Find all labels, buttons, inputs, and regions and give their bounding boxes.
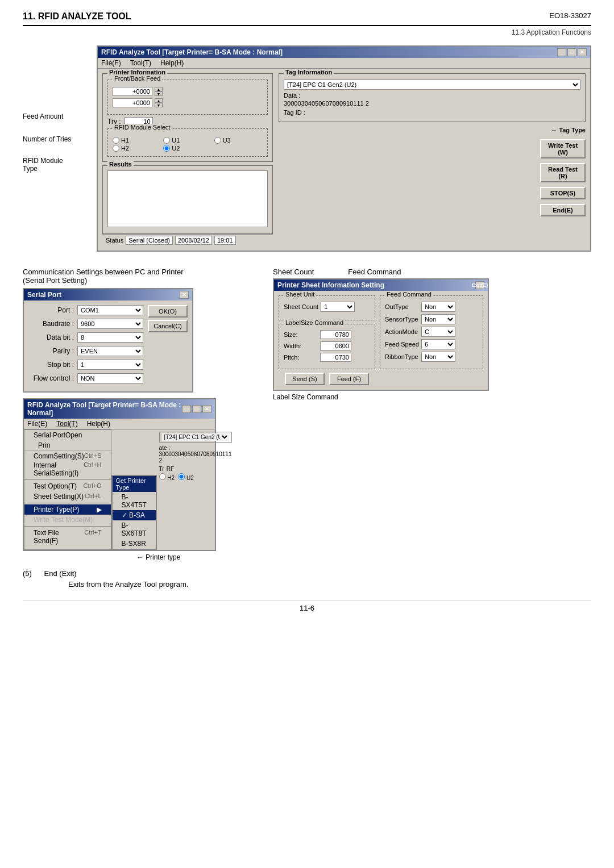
data-field-row: Data : [284,92,580,99]
serial-btns: OK(O) Cancel(C) [148,305,188,387]
menu-comm-setting[interactable]: CommSetting(S) Ctrl+S [29,452,106,461]
menu-serial-portopen[interactable]: Serial PortOpen [24,430,111,440]
rfid-module-panel: RFID Module Select H1 U1 U3 [107,128,268,157]
close-btn[interactable]: ✕ [578,48,587,56]
sensortype-select[interactable]: Non [421,314,455,324]
radio-h2: H2 [113,145,161,152]
flow-select[interactable]: NON [77,373,143,383]
submenu-bsa[interactable]: ✓ B-SA [113,510,156,520]
parity-select[interactable]: EVEN [77,346,143,356]
menu-text-file-send[interactable]: Text File Send(F) Ctrl+T [24,528,111,546]
menu-printer-type[interactable]: Printer Type(P) ▶ [24,504,111,515]
tag-id-label: Tag ID : [284,109,312,116]
radio-u2-input[interactable] [163,145,170,152]
ribbontype-label: RibbonType [385,353,419,360]
radio-u2: U2 [163,145,211,152]
size-row: Size: [284,330,370,339]
menu-test-option[interactable]: Test Option(T) Ctrl+O [24,481,111,491]
menu-prin[interactable]: Prin [24,440,111,450]
tool-menu-file[interactable]: File(E) [27,420,47,428]
sheet-left: Sheet Unit Sheet Count 1 LabelSize Comma… [279,295,375,385]
u2-radio-abbrev[interactable] [178,473,185,480]
maximize-btn[interactable]: □ [567,48,576,56]
feedspeed-select[interactable]: 6 [421,339,455,349]
tool-menu-content: Serial PortOpen Prin CommSetting(S) Ctrl… [24,429,215,550]
win-menubar: File(F) Tool(T) Help(H) [98,58,590,69]
cancel-btn[interactable]: Cancel(C) [148,320,188,332]
width-label: Width: [284,343,318,349]
write-test-btn[interactable]: Write Test(W) [540,139,586,158]
radio-h2-input[interactable] [113,145,119,152]
data-bit-select[interactable]: 8 [77,332,143,343]
tool-max-btn[interactable]: □ [192,405,201,413]
submenu-title: Get Printer Type [113,476,156,492]
sheet-btn-row: Send (S) Feed (F) [279,373,375,385]
tool-close-btn[interactable]: ✕ [202,405,211,413]
feed-input-2[interactable] [113,98,152,107]
tag-type-annotation: ← Tag Type [551,127,586,133]
minimize-btn[interactable]: _ [557,48,566,56]
printer-type-submenu: Get Printer Type B-SX4T5T ✓ B-SA B-SX6T8… [111,475,157,550]
status-label: Status [106,237,123,244]
tr-label: Tr [159,466,164,472]
width-input[interactable] [320,341,351,350]
submenu-bsx4t5t[interactable]: B-SX4T5T [113,492,156,510]
outtype-select[interactable]: Non [421,302,455,312]
menu-write-test-mode[interactable]: Write Test Mode(M) [24,515,111,525]
parity-row: Parity : EVEN [28,346,143,356]
spin-up-1[interactable]: ▲ [155,87,163,91]
feed-input-1[interactable] [113,87,152,96]
size-input[interactable] [320,330,351,339]
send-btn[interactable]: Send (S) [285,373,325,385]
radio-u3-input[interactable] [214,137,221,144]
end-number: (5) [23,569,32,578]
feed-btn[interactable]: Feed (F) [329,373,369,385]
menu-internal-serial[interactable]: Internal SerialSetting(I) Ctrl+H [29,461,106,478]
tool-min-btn[interactable]: _ [182,405,191,413]
end-section: (5) End (Exit) Exits from the Analyze To… [23,569,591,589]
win-controls: _ □ ✕ [557,48,587,56]
main-rfid-window: RFID Analyze Tool [Target Printer= B-SA … [97,45,591,252]
actionmode-select[interactable]: C [421,327,455,337]
ann-rfid-module: RFID ModuleType [23,157,63,173]
ann-number-tries: Number of Tries [23,135,71,143]
tag-type-select[interactable]: [T24] EPC C1 Gen2 (U2) [284,80,580,90]
lower-left: Communication Settings between PC and Pr… [23,268,262,561]
serial-win-titlebar: Serial Port ✕ [24,289,192,301]
spin-down-2[interactable]: ▼ [155,103,163,107]
submenu-bsx8r[interactable]: B-SX8R [113,539,156,549]
stop-btn[interactable]: STOP(S) [540,187,586,199]
menu-sheet-setting[interactable]: Sheet Setting(X) Ctrl+L [24,491,111,502]
pitch-input[interactable] [320,353,351,362]
ribbontype-select[interactable]: Non [421,352,455,362]
h2-radio-abbrev[interactable] [159,473,166,480]
feedspeed-label: Feed Speed [385,341,419,348]
end-btn[interactable]: End(E) [540,204,586,216]
read-test-btn[interactable]: Read Test(R) [540,163,586,182]
tool-menu-tool[interactable]: Tool(T) [56,420,77,428]
sheet-count-select[interactable]: 1 [321,302,355,312]
radio-u1-input[interactable] [163,137,170,144]
menu-file[interactable]: File(F) [101,59,121,67]
spin-up-2[interactable]: ▲ [155,98,163,103]
stop-select[interactable]: 1 [77,360,143,370]
spin-down-1[interactable]: ▼ [155,91,163,96]
sheet-content: Sheet Unit Sheet Count 1 LabelSize Comma… [274,291,488,390]
printer-info-panel: Printer Information Front/Back Feed ▲ ▼ [102,73,273,162]
results-textarea[interactable] [107,170,268,227]
sheet-exit-btn[interactable]: Exit(E) [475,281,484,289]
submenu-bsx6t8t[interactable]: B-SX6T8T [113,520,156,539]
menu-tool[interactable]: Tool(T) [130,59,151,67]
status-time: 19:01 [214,236,236,245]
tag-select-abbrev[interactable]: [T24] EPC C1 Gen2 (U2) [162,433,229,441]
ok-btn[interactable]: OK(O) [148,305,188,318]
port-select[interactable]: COM1 [77,305,143,315]
radio-h1-input[interactable] [113,137,119,144]
actionmode-label: ActionMode [385,328,419,335]
tool-menu-help[interactable]: Help(H) [87,420,110,428]
results-panel: Results [102,165,273,234]
tool-menubar: File(E) Tool(T) Help(H) [24,419,215,429]
baud-select[interactable]: 9600 [77,319,143,329]
serial-close-btn[interactable]: ✕ [180,291,189,299]
menu-help[interactable]: Help(H) [160,59,184,67]
